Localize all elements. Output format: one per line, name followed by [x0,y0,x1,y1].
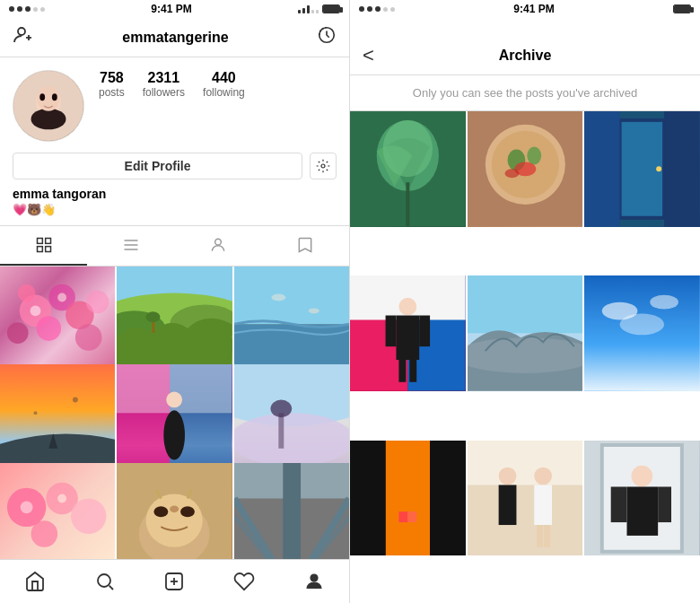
profile-stats-area: 758 posts 2311 followers 440 following [99,70,337,99]
status-right-battery [673,4,691,13]
r-battery-fill [674,5,690,13]
archive-cell-5[interactable] [468,275,583,391]
photo-cell-9[interactable] [234,463,349,559]
svg-point-10 [321,164,325,168]
add-user-button[interactable] [13,24,34,51]
svg-point-24 [86,291,109,314]
profile-header: 758 posts 2311 followers 440 following [0,57,349,149]
svg-point-60 [146,494,203,546]
tab-grid[interactable] [0,226,87,266]
tab-saved[interactable] [262,226,349,266]
settings-button[interactable] [310,153,337,179]
svg-point-107 [468,338,583,374]
svg-rect-119 [468,485,583,555]
status-left [9,6,45,12]
svg-point-27 [31,305,41,316]
svg-point-61 [154,506,169,517]
archive-cell-4[interactable] [350,275,466,391]
svg-rect-102 [419,316,430,347]
nav-add-button[interactable] [154,562,194,601]
wifi-bar-4 [311,10,314,13]
archive-cell-8[interactable] [468,441,583,556]
nav-home-button[interactable] [15,562,55,601]
photo-cell-7[interactable] [0,463,115,559]
status-bar-right: 9:41 PM [350,0,700,18]
svg-rect-117 [407,511,416,522]
svg-point-18 [215,239,222,245]
svg-point-87 [527,147,541,165]
status-bar-left: 9:41 PM [0,0,349,18]
tab-tagged[interactable] [175,226,262,266]
archive-cell-9[interactable] [584,441,700,556]
svg-point-49 [234,414,349,467]
svg-point-78 [311,574,318,581]
posts-label: posts [99,86,125,99]
wifi-bar-5 [316,10,319,13]
svg-point-54 [71,498,106,533]
svg-point-93 [657,166,662,171]
status-time-left: 9:41 PM [151,3,191,15]
svg-point-110 [651,295,679,310]
svg-rect-123 [534,485,552,525]
avatar [13,70,84,142]
back-button[interactable]: < [363,44,374,67]
archive-cell-6[interactable] [584,275,700,391]
svg-point-73 [98,574,110,587]
status-time-right: 9:41 PM [513,3,554,15]
svg-rect-14 [45,247,50,252]
stat-followers: 2311 followers [143,70,185,99]
r-signal-dot-2 [367,6,372,12]
svg-point-62 [180,506,195,517]
svg-point-22 [36,316,61,341]
r-battery-cap [691,7,694,13]
svg-point-9 [52,93,57,100]
edit-profile-row: Edit Profile [0,149,349,187]
bottom-nav [0,559,349,603]
photo-cell-8[interactable] [117,463,232,559]
svg-line-74 [109,586,112,590]
wifi-signal [298,5,319,13]
history-button[interactable] [317,25,337,50]
svg-point-34 [146,311,161,322]
svg-point-46 [164,411,186,460]
nav-profile-button[interactable] [294,562,334,601]
svg-rect-94 [584,111,620,227]
username-display: emma tangoran [13,187,337,201]
photo-grid [0,267,349,559]
svg-point-57 [57,494,66,502]
view-tabs [0,225,349,267]
following-count: 440 [212,70,236,86]
svg-point-40 [73,398,78,403]
archive-title: Archive [499,48,552,64]
top-nav-left: emmatangerine [0,18,349,57]
svg-point-111 [620,314,664,336]
svg-rect-101 [386,316,397,347]
status-right-signal [359,6,395,12]
svg-rect-124 [537,525,543,547]
svg-rect-121 [498,485,516,525]
archive-notice: Only you can see the posts you've archiv… [350,75,700,111]
posts-count: 758 [100,70,124,86]
nav-search-button[interactable] [85,562,125,601]
svg-point-47 [167,392,183,408]
archive-cell-1[interactable] [350,111,466,227]
nav-heart-button[interactable] [224,562,264,601]
svg-rect-116 [398,511,407,522]
archive-grid [350,111,700,603]
edit-profile-button[interactable]: Edit Profile [13,153,302,179]
svg-point-99 [398,298,416,316]
r-signal-dot-4 [383,7,388,12]
svg-rect-106 [468,275,583,333]
archive-cell-7[interactable] [350,441,466,556]
archive-cell-2[interactable] [468,111,583,227]
r-signal-dot-3 [375,6,381,12]
stat-following: 440 following [203,70,245,99]
svg-point-122 [534,467,552,485]
archive-cell-3[interactable] [584,111,700,227]
svg-rect-100 [396,316,419,360]
svg-point-25 [75,324,102,351]
signal-dot-3 [25,6,31,12]
svg-rect-115 [430,441,466,556]
tab-list[interactable] [87,226,174,266]
svg-point-38 [271,294,285,302]
